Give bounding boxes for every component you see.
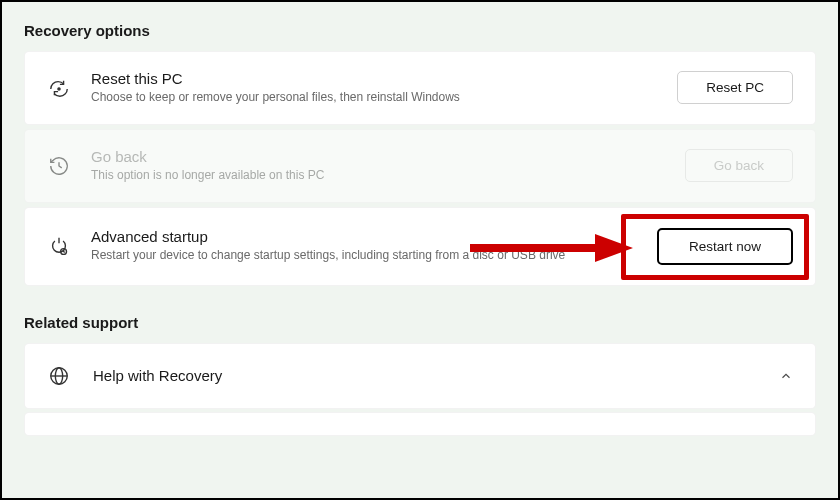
chevron-up-icon (779, 369, 793, 383)
related-support-heading: Related support (24, 314, 816, 331)
go-back-desc: This option is no longer available on th… (91, 167, 665, 184)
partial-support-item (24, 412, 816, 436)
help-with-recovery-title: Help with Recovery (93, 367, 757, 384)
advanced-startup-card: Advanced startup Restart your device to … (24, 207, 816, 286)
reset-pc-desc: Choose to keep or remove your personal f… (91, 89, 657, 106)
reset-pc-card: Reset this PC Choose to keep or remove y… (24, 51, 816, 125)
svg-point-0 (58, 88, 60, 90)
reset-pc-title: Reset this PC (91, 70, 657, 87)
history-icon (47, 154, 71, 178)
restart-now-button[interactable]: Restart now (657, 228, 793, 265)
reset-pc-button[interactable]: Reset PC (677, 71, 793, 104)
reset-pc-icon (47, 76, 71, 100)
recovery-options-heading: Recovery options (24, 22, 816, 39)
globe-icon (47, 364, 71, 388)
advanced-startup-desc: Restart your device to change startup se… (91, 247, 637, 264)
help-with-recovery-card[interactable]: Help with Recovery (24, 343, 816, 409)
go-back-button: Go back (685, 149, 793, 182)
advanced-startup-title: Advanced startup (91, 228, 637, 245)
power-settings-icon (47, 234, 71, 258)
go-back-card: Go back This option is no longer availab… (24, 129, 816, 203)
go-back-title: Go back (91, 148, 665, 165)
